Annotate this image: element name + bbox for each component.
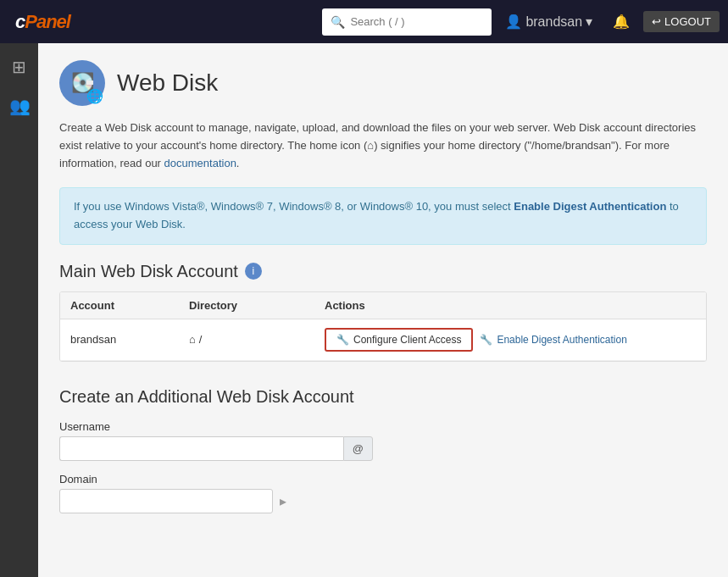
- home-icon-inline: ⌂: [367, 139, 374, 152]
- enable-icon: 🔧: [480, 334, 492, 346]
- directory-slash: /: [199, 333, 203, 346]
- page-title: Web Disk: [117, 69, 218, 97]
- username-input-row: @: [59, 436, 373, 461]
- logout-button[interactable]: ↩ LOGOUT: [643, 11, 720, 32]
- home-icon-row: ⌂: [189, 333, 196, 346]
- search-input[interactable]: [350, 15, 469, 28]
- create-section-title: Create an Additional Web Disk Account: [59, 387, 707, 407]
- domain-row: ▸: [59, 489, 707, 513]
- table-row: brandsan ⌂ / 🔧 Configure Client Access 🔧…: [60, 319, 706, 361]
- notifications-button[interactable]: 🔔: [606, 10, 636, 33]
- sidebar-item-grid[interactable]: ⊞: [4, 52, 35, 82]
- page-icon: 💽 🌐: [59, 60, 105, 106]
- section-title-text: Main Web Disk Account: [59, 262, 238, 281]
- username-group: Username @: [59, 420, 707, 461]
- enable-digest-link[interactable]: Enable Digest Authentication: [514, 200, 666, 213]
- sidebar-item-users[interactable]: 👥: [4, 91, 35, 121]
- domain-label: Domain: [59, 473, 707, 485]
- header-directory: Directory: [189, 299, 325, 312]
- section-title: Main Web Disk Account i: [59, 262, 707, 281]
- documentation-link[interactable]: documentation: [164, 157, 236, 169]
- domain-group: Domain ▸: [59, 473, 707, 513]
- info-icon[interactable]: i: [245, 263, 262, 280]
- domain-select[interactable]: [59, 489, 273, 513]
- at-symbol: @: [343, 436, 373, 461]
- configure-client-access-button[interactable]: 🔧 Configure Client Access: [325, 328, 473, 352]
- user-icon: 👤: [505, 14, 522, 30]
- username-input[interactable]: [59, 436, 343, 461]
- main-account-section: Main Web Disk Account i Account Director…: [59, 262, 707, 362]
- sidebar: ⊞ 👥: [0, 43, 38, 577]
- description: Create a Web Disk account to manage, nav…: [59, 119, 707, 172]
- info-text-before: If you use Windows Vista®, Windows® 7, W…: [74, 200, 514, 213]
- slider-indicator: ▸: [280, 493, 286, 509]
- chevron-down-icon: ▾: [586, 14, 592, 30]
- create-section: Create an Additional Web Disk Account Us…: [59, 387, 707, 513]
- row-directory: ⌂ /: [189, 333, 325, 346]
- table-header: Account Directory Actions: [60, 292, 706, 319]
- search-bar[interactable]: 🔍: [322, 8, 492, 36]
- username-label: brandsan: [525, 14, 582, 30]
- main-content: 💽 🌐 Web Disk Create a Web Disk account t…: [38, 43, 728, 577]
- info-box: If you use Windows Vista®, Windows® 7, W…: [59, 187, 707, 245]
- top-nav: cPanel 🔍 👤 brandsan ▾ 🔔 ↩ LOGOUT: [0, 0, 728, 43]
- row-actions: 🔧 Configure Client Access 🔧 Enable Diges…: [325, 328, 696, 352]
- description-end: .: [236, 157, 240, 169]
- row-account: brandsan: [70, 333, 189, 346]
- globe-icon: 🌐: [86, 88, 103, 104]
- enable-digest-auth-button[interactable]: 🔧 Enable Digest Authentication: [480, 328, 626, 352]
- configure-icon: 🔧: [336, 334, 349, 346]
- logo: cPanel: [8, 11, 85, 33]
- logout-icon: ↩: [652, 15, 661, 28]
- main-layout: ⊞ 👥 💽 🌐 Web Disk Create a Web Disk accou…: [0, 43, 728, 577]
- bell-icon: 🔔: [613, 14, 630, 30]
- user-menu-button[interactable]: 👤 brandsan ▾: [498, 10, 599, 33]
- search-icon: 🔍: [331, 15, 345, 29]
- username-label: Username: [59, 420, 707, 433]
- page-title-row: 💽 🌐 Web Disk: [59, 60, 707, 106]
- main-account-table: Account Directory Actions brandsan ⌂ / 🔧…: [59, 291, 707, 362]
- header-actions: Actions: [325, 299, 696, 312]
- header-account: Account: [70, 299, 189, 312]
